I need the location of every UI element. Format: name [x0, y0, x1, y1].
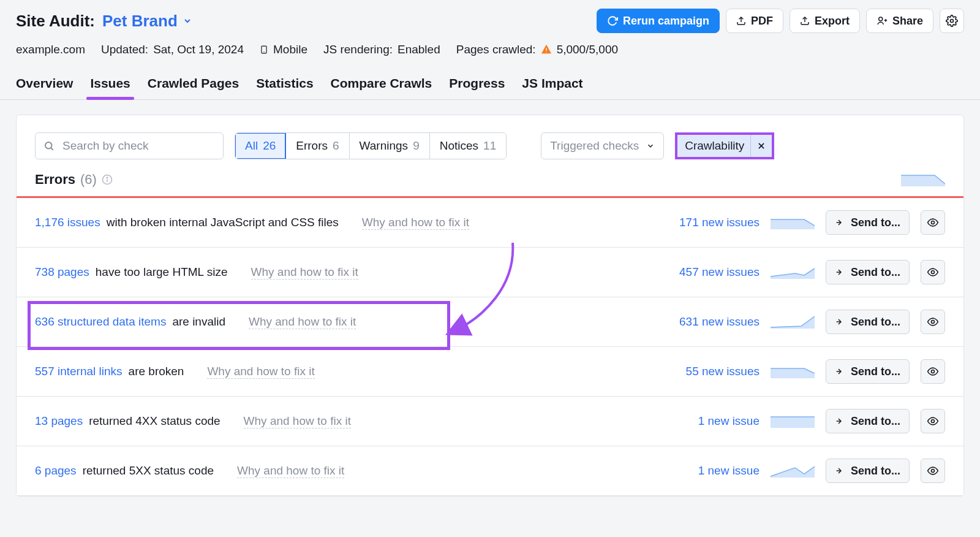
why-and-how-link[interactable]: Why and how to fix it [249, 315, 356, 329]
tag-close-button[interactable] [750, 135, 772, 157]
eye-icon [927, 316, 939, 328]
svg-point-20 [932, 370, 935, 373]
nav-item-crawled-pages[interactable]: Crawled Pages [148, 71, 239, 99]
info-icon[interactable] [102, 174, 113, 185]
send-icon [835, 267, 845, 277]
segment-warnings[interactable]: Warnings 9 [350, 133, 430, 159]
issue-link[interactable]: 6 pages [35, 464, 77, 478]
svg-point-17 [932, 221, 935, 224]
tag-label: Crawlability [685, 139, 744, 153]
issue-text: are broken [129, 365, 184, 378]
nav-item-overview[interactable]: Overview [16, 71, 73, 99]
new-issues-link[interactable]: 1 new issue [698, 464, 760, 478]
send-label: Send to... [851, 365, 900, 378]
svg-point-21 [932, 420, 935, 423]
pdf-button[interactable]: PDF [726, 9, 783, 33]
new-issues-link[interactable]: 171 new issues [679, 216, 760, 229]
row-sparkline [771, 315, 815, 329]
issue-link[interactable]: 557 internal links [35, 365, 123, 378]
send-to-button[interactable]: Send to... [826, 459, 910, 483]
eye-icon [927, 365, 939, 378]
device-text: Mobile [260, 43, 307, 56]
hide-button[interactable] [921, 260, 945, 284]
issue-row: 738 pages have too large HTML sizeWhy an… [17, 248, 963, 297]
issue-link[interactable]: 636 structured data items [35, 315, 166, 329]
eye-icon [927, 465, 939, 477]
nav-item-js-impact[interactable]: JS Impact [522, 71, 582, 99]
send-to-button[interactable]: Send to... [826, 210, 910, 235]
issue-link[interactable]: 13 pages [35, 414, 83, 428]
why-and-how-link[interactable]: Why and how to fix it [251, 265, 358, 280]
issue-link[interactable]: 1,176 issues [35, 216, 100, 229]
row-sparkline [771, 265, 815, 279]
export-button[interactable]: Export [790, 9, 860, 33]
nav-item-issues[interactable]: Issues [90, 71, 130, 99]
new-issues-link[interactable]: 55 new issues [686, 365, 760, 378]
why-and-how-link[interactable]: Why and how to fix it [237, 464, 344, 478]
send-to-button[interactable]: Send to... [826, 409, 910, 433]
dropdown-label: Triggered checks [550, 139, 639, 153]
svg-point-10 [45, 142, 52, 149]
send-icon [835, 416, 845, 426]
send-to-button[interactable]: Send to... [826, 310, 910, 334]
triggered-checks-dropdown[interactable]: Triggered checks [541, 132, 664, 159]
js-label: JS rendering: [323, 43, 393, 56]
mobile-icon [260, 44, 268, 56]
updated-value: Sat, Oct 19, 2024 [153, 43, 244, 56]
issue-row: 1,176 issues with broken internal JavaSc… [17, 198, 963, 248]
segment-notices[interactable]: Notices 11 [430, 133, 507, 159]
issue-link[interactable]: 738 pages [35, 265, 89, 279]
chevron-down-icon [646, 142, 655, 150]
project-dropdown[interactable]: Pet Brand [102, 12, 192, 31]
new-issues-link[interactable]: 631 new issues [679, 315, 760, 329]
domain-text: example.com [16, 43, 85, 56]
segment-label: Notices [440, 139, 478, 153]
send-to-button[interactable]: Send to... [826, 359, 910, 384]
send-label: Send to... [851, 216, 900, 229]
pdf-label: PDF [751, 15, 773, 28]
hide-button[interactable] [921, 210, 945, 235]
share-button[interactable]: Share [866, 9, 933, 33]
new-issues-link[interactable]: 1 new issue [698, 414, 760, 428]
filter-tag-crawlability: Crawlability [675, 132, 774, 159]
send-label: Send to... [851, 465, 900, 478]
nav-item-compare-crawls[interactable]: Compare Crawls [331, 71, 432, 99]
why-and-how-link[interactable]: Why and how to fix it [362, 216, 469, 230]
segment-count: 6 [333, 139, 339, 153]
issue-text: with broken internal JavaScript and CSS … [107, 216, 339, 229]
issue-text: have too large HTML size [96, 265, 228, 279]
send-to-button[interactable]: Send to... [826, 260, 910, 284]
segment-label: Warnings [360, 139, 409, 153]
svg-point-18 [932, 271, 935, 274]
hide-button[interactable] [921, 359, 945, 384]
nav-item-progress[interactable]: Progress [449, 71, 505, 99]
send-icon [835, 466, 845, 476]
segment-count: 26 [263, 139, 276, 153]
hide-button[interactable] [921, 409, 945, 433]
segment-errors[interactable]: Errors 6 [286, 133, 349, 159]
row-sparkline [771, 464, 815, 478]
svg-point-22 [932, 470, 935, 473]
settings-button[interactable] [940, 9, 964, 33]
section-count: (6) [80, 172, 97, 188]
svg-point-2 [879, 17, 883, 21]
section-title: Errors [35, 172, 75, 188]
issue-row: 13 pages returned 4XX status codeWhy and… [17, 397, 963, 446]
send-label: Send to... [851, 316, 900, 329]
why-and-how-link[interactable]: Why and how to fix it [244, 414, 351, 428]
hide-button[interactable] [921, 310, 945, 334]
eye-icon [927, 415, 939, 427]
crawled-label: Pages crawled: [456, 43, 536, 56]
segment-all[interactable]: All 26 [235, 133, 286, 159]
send-icon [835, 367, 845, 376]
upload-icon [800, 16, 810, 26]
svg-point-9 [546, 51, 547, 53]
search-input[interactable] [35, 132, 224, 159]
row-sparkline [771, 216, 815, 229]
why-and-how-link[interactable]: Why and how to fix it [207, 365, 314, 379]
svg-rect-6 [262, 46, 266, 53]
rerun-campaign-button[interactable]: Rerun campaign [597, 9, 720, 33]
hide-button[interactable] [921, 459, 945, 483]
nav-item-statistics[interactable]: Statistics [256, 71, 313, 99]
new-issues-link[interactable]: 457 new issues [679, 265, 760, 279]
